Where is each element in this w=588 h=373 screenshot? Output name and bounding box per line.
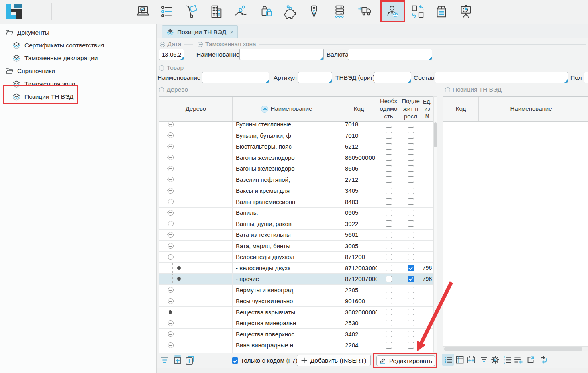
zone-name-input[interactable] [239,49,324,60]
necessity-checkbox[interactable] [386,165,392,172]
tree-row[interactable]: Вина виноградные н2204 [159,340,433,351]
column-header-tree[interactable]: Дерево [159,97,233,121]
expand-icon[interactable] [168,144,174,149]
necessity-checkbox[interactable] [386,276,392,282]
sidebar-item-active[interactable]: Позиции ТН ВЭД [0,90,156,103]
expand-icon[interactable] [168,177,174,182]
panel-splitter[interactable] [439,85,441,368]
necessity-checkbox[interactable] [386,210,392,216]
necessity-checkbox[interactable] [386,331,392,337]
collapse-group-icon[interactable] [445,87,450,92]
add-button[interactable]: Добавить (INSERT) [297,355,371,366]
column-header-tracking[interactable]: Подлежит просл [400,97,421,121]
expand-icon[interactable] [168,122,174,127]
necessity-checkbox[interactable] [386,176,392,183]
necessity-checkbox[interactable] [386,220,392,227]
tracking-checkbox[interactable] [408,220,414,227]
tracking-checkbox[interactable] [408,165,414,172]
expand-icon[interactable] [168,232,174,238]
repeat-icon[interactable] [539,356,548,364]
tracking-checkbox[interactable] [408,342,414,349]
collapse-group-icon[interactable] [160,42,165,47]
collapse-group-icon[interactable] [159,65,164,71]
necessity-checkbox[interactable] [386,298,392,304]
numbered-list-icon[interactable]: 123 [503,356,512,364]
tracking-checkbox[interactable] [408,198,414,205]
tree-row[interactable]: Вермуты и виноград2205 [159,285,433,296]
tracking-checkbox[interactable] [408,210,414,216]
open-external-icon[interactable] [527,356,535,364]
tracking-checkbox[interactable] [408,122,414,128]
filter-icon[interactable] [480,356,488,363]
floor-input[interactable] [584,72,588,83]
tree-row[interactable]: Ваниль:0905 [159,208,433,219]
tracking-checkbox[interactable] [408,132,414,139]
tracking-checkbox[interactable] [408,309,414,315]
expand-icon[interactable] [168,298,174,304]
necessity-checkbox[interactable] [386,232,392,238]
column-add-icon[interactable] [467,356,476,364]
tree-row[interactable]: Бюстгальтеры, пояс6212 [159,141,433,153]
tree-row[interactable]: Вата из текстильны5601 [159,230,433,241]
tree-row[interactable]: Вагоны железнодоро860500000 [159,152,433,163]
sidebar-item[interactable]: Справочники [0,65,156,77]
necessity-checkbox[interactable] [386,188,392,194]
tree-row[interactable]: Велосипеды двухкол871200 [159,252,433,263]
necessity-checkbox[interactable] [386,309,392,315]
tree-row[interactable]: Бусины стеклянные,7018 [159,122,433,130]
collapse-icon[interactable] [168,254,174,260]
composition-input[interactable] [435,72,568,83]
column-header-code[interactable]: Код [341,97,377,121]
necessity-checkbox[interactable] [386,143,392,150]
expand-icon[interactable] [168,155,174,160]
article-input[interactable] [298,72,332,83]
presentation-chart-icon[interactable] [458,4,474,20]
sidebar-item[interactable]: Таможенная зона [0,77,156,90]
server-stack-icon[interactable] [331,4,347,20]
filter-lines-icon[interactable] [161,357,169,364]
necessity-checkbox[interactable] [386,254,392,260]
necessity-checkbox[interactable] [386,132,392,139]
tab-close-icon[interactable]: × [230,29,233,35]
shopping-bags-icon[interactable] [258,4,274,20]
necessity-checkbox[interactable] [386,122,392,128]
necessity-checkbox[interactable] [386,154,392,161]
only-with-code-checkbox[interactable] [232,357,238,364]
tree-row[interactable]: - велосипеды двухк8712003000796 [159,263,433,274]
price-tag-icon[interactable]: $ [306,4,322,20]
tracking-checkbox[interactable] [408,254,414,260]
tree-row[interactable]: Вазелин нефтяной;2712 [159,174,433,185]
add-box-icon[interactable] [173,355,182,365]
expand-icon[interactable] [168,287,174,293]
sidebar-item[interactable]: Сертификаты соответствия [0,39,156,52]
tracking-checkbox[interactable] [408,188,414,194]
tracking-checkbox[interactable] [408,243,414,249]
tree-row[interactable]: Ванны, души, раков3922 [159,218,433,230]
tracking-checkbox[interactable] [408,331,414,337]
necessity-checkbox[interactable] [386,342,392,349]
tree-row-selected[interactable]: - прочие8712007000796 [159,274,433,285]
expand-icon[interactable] [168,132,174,138]
grid-view-icon[interactable] [456,356,464,364]
sidebar-item[interactable]: Таможенные декларации [0,52,156,65]
collapse-group-icon[interactable] [198,42,203,47]
sidebar-item[interactable]: Документы [0,26,156,39]
scrollbar-thumb[interactable] [434,122,437,147]
tree-row[interactable]: Валы трансмиссионн8483 [159,196,433,208]
date-input[interactable] [159,49,184,60]
necessity-checkbox[interactable] [386,198,392,205]
tracking-checkbox[interactable] [408,232,414,238]
expand-icon[interactable] [168,221,174,226]
checklist-icon[interactable] [159,4,175,20]
collapse-group-icon[interactable] [159,87,164,92]
necessity-checkbox[interactable] [386,287,392,293]
tree-row[interactable]: Вагоны железнодоро8606 [159,163,433,175]
position-horizontal-scrollbar[interactable] [443,346,588,351]
tab-pozicii-tn-ved[interactable]: Позиции ТН ВЭД × [162,25,238,38]
tree-row[interactable]: Вещества минеральн2530 [159,318,433,329]
delivery-truck-icon[interactable] [357,4,373,20]
tracking-checkbox[interactable] [408,276,414,282]
scrollbar-thumb[interactable] [444,347,582,351]
product-name-input[interactable] [202,72,270,83]
tree-row[interactable]: Вещества взрывчаты3602000000 [159,307,433,318]
